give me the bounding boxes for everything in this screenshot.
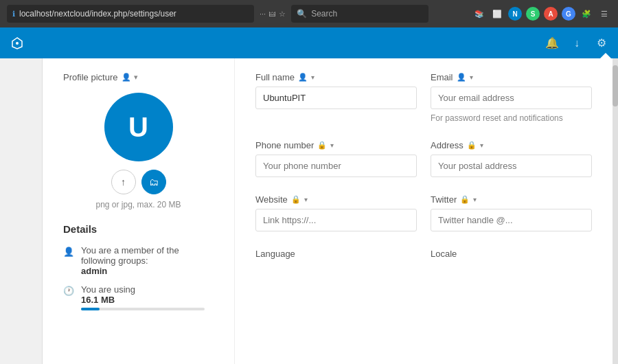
extensions-icon[interactable]: 🧩 [580, 7, 593, 21]
full-name-dropdown-icon[interactable]: ▾ [311, 73, 314, 81]
locale-label: Locale [431, 249, 592, 259]
menu-dots[interactable]: ··· [260, 10, 266, 18]
address-dropdown-icon[interactable]: ▾ [480, 141, 483, 149]
usage-bar-container [81, 308, 205, 310]
search-bar[interactable]: 🔍 Search [291, 5, 428, 23]
clock-icon: 🕐 [63, 286, 74, 296]
language-label-text: Language [255, 249, 295, 259]
user-icon: 👤 [63, 247, 74, 257]
app-logo[interactable] [7, 33, 27, 54]
twitter-label: Twitter 🔒 ▾ [431, 194, 592, 205]
avatar-letter: U [128, 112, 148, 143]
twitter-input[interactable] [431, 209, 592, 231]
email-lock-icon: 👤 [457, 73, 466, 82]
email-label-text: Email [431, 72, 453, 82]
right-panel: Full name 👤 ▾ Email 👤 ▾ For password res… [235, 58, 613, 364]
website-lock-icon: 🔒 [291, 195, 301, 204]
browser-right-icons: 📚 ⬜ N S A G 🧩 ☰ [472, 7, 611, 21]
full-name-lock-icon: 👤 [298, 73, 308, 82]
group-description: You are a member of the following groups… [81, 245, 179, 266]
email-input[interactable] [431, 87, 592, 109]
usage-bar [81, 308, 100, 310]
profile-privacy-icon[interactable]: 👤 ▾ [122, 73, 137, 82]
main-content: Profile picture 👤 ▾ U ↑ 🗂 png or jpg, ma… [0, 58, 618, 364]
profile-avatar: U [104, 93, 173, 161]
full-name-input[interactable] [255, 87, 417, 109]
twitter-group: Twitter 🔒 ▾ [431, 194, 592, 231]
address-label: Address 🔒 ▾ [431, 140, 592, 150]
secure-icon: ℹ [12, 10, 15, 19]
svg-point-0 [16, 42, 19, 45]
address-label-text: Address [431, 140, 464, 150]
full-name-label: Full name 👤 ▾ [255, 72, 417, 82]
search-placeholder: Search [311, 9, 337, 19]
website-input[interactable] [255, 209, 417, 231]
website-label: Website 🔒 ▾ [255, 194, 417, 205]
star-icon[interactable]: ☆ [279, 10, 286, 19]
download-icon[interactable]: ↓ [567, 34, 586, 53]
folder-avatar-button[interactable]: 🗂 [141, 170, 166, 194]
usage-text: You are using 16.1 MB [81, 284, 205, 310]
profile-picture-section-title: Profile picture 👤 ▾ [63, 72, 214, 82]
sidebar [0, 58, 43, 364]
tab-icon[interactable]: ⬜ [490, 7, 504, 21]
website-label-text: Website [255, 194, 288, 205]
details-section: Details 👤 You are a member of the follow… [63, 223, 214, 310]
email-label: Email 👤 ▾ [431, 72, 592, 82]
usage-detail: 🕐 You are using 16.1 MB [63, 284, 214, 310]
phone-group: Phone number 🔒 ▾ [255, 140, 417, 177]
full-name-label-text: Full name [255, 72, 295, 82]
library-icon[interactable]: 📚 [472, 7, 486, 21]
phone-dropdown-icon[interactable]: ▾ [330, 141, 334, 149]
phone-input[interactable] [255, 155, 417, 177]
website-dropdown-icon[interactable]: ▾ [304, 196, 308, 203]
website-group: Website 🔒 ▾ [255, 194, 417, 231]
group-name: admin [81, 266, 214, 276]
address-bar[interactable]: ℹ localhost/nextcloud/index.php/settings… [7, 5, 254, 23]
usage-value: 16.1 MB [81, 295, 205, 305]
avatar-buttons: ↑ 🗂 [111, 170, 166, 194]
search-icon: 🔍 [297, 9, 307, 19]
browser-chrome: ℹ localhost/nextcloud/index.php/settings… [0, 0, 618, 27]
address-input[interactable] [431, 155, 592, 177]
email-hint: For password reset and notifications [431, 113, 592, 123]
upload-avatar-button[interactable]: ↑ [111, 170, 136, 194]
profile-avatar-container: U ↑ 🗂 png or jpg, max. 20 MB [63, 93, 214, 209]
twitter-lock-icon: 🔒 [460, 195, 470, 204]
address-lock-icon: 🔒 [467, 141, 477, 150]
twitter-dropdown-icon[interactable]: ▾ [473, 196, 477, 203]
website-twitter-row: Website 🔒 ▾ Twitter 🔒 ▾ [255, 194, 592, 231]
g-icon: G [562, 7, 575, 21]
address-group: Address 🔒 ▾ [431, 140, 592, 177]
phone-label-text: Phone number [255, 140, 314, 150]
scrollbar-track[interactable] [613, 58, 618, 364]
s-icon: S [526, 7, 540, 21]
twitter-label-text: Twitter [431, 194, 457, 205]
email-dropdown-icon[interactable]: ▾ [470, 73, 473, 81]
full-name-group: Full name 👤 ▾ [255, 72, 417, 123]
phone-lock-icon: 🔒 [317, 141, 327, 150]
phone-address-row: Phone number 🔒 ▾ Address 🔒 ▾ [255, 140, 592, 177]
language-locale-row: Language Locale [255, 249, 592, 259]
profile-title-text: Profile picture [63, 72, 117, 82]
nc-icon: N [508, 7, 522, 21]
usage-label: You are using [81, 284, 135, 295]
left-panel: Profile picture 👤 ▾ U ↑ 🗂 png or jpg, ma… [43, 58, 235, 364]
groups-detail: 👤 You are a member of the following grou… [63, 245, 214, 276]
url-text: localhost/nextcloud/index.php/settings/u… [19, 9, 249, 19]
phone-label: Phone number 🔒 ▾ [255, 140, 417, 150]
toolbar-right: 🔔 ↓ ⚙ [542, 34, 611, 53]
name-email-row: Full name 👤 ▾ Email 👤 ▾ For password res… [255, 72, 592, 123]
avatar-hint: png or jpg, max. 20 MB [95, 200, 181, 209]
page-content: Profile picture 👤 ▾ U ↑ 🗂 png or jpg, ma… [43, 58, 618, 364]
locale-label-text: Locale [431, 249, 457, 259]
hamburger-icon[interactable]: ☰ [597, 7, 611, 21]
app-toolbar: 🔔 ↓ ⚙ [0, 27, 618, 58]
browser-extras: ··· 🜲 ☆ [260, 10, 286, 19]
settings-icon[interactable]: ⚙ [592, 34, 611, 53]
pocket-icon[interactable]: 🜲 [268, 10, 276, 18]
email-group: Email 👤 ▾ For password reset and notific… [431, 72, 592, 123]
scrollbar-thumb[interactable] [613, 65, 618, 106]
notification-icon[interactable]: 🔔 [542, 34, 562, 53]
language-label: Language [255, 249, 417, 259]
